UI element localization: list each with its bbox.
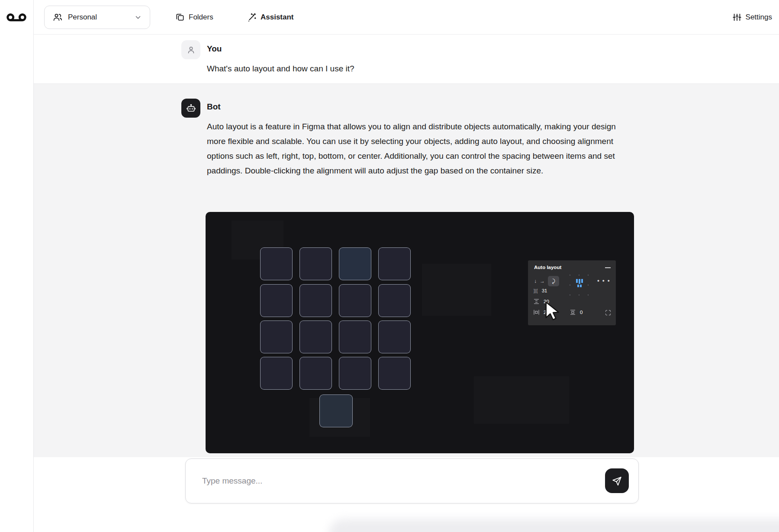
workspace-selector[interactable]: Personal <box>44 6 150 29</box>
vertical-padding-icon <box>570 309 576 315</box>
bot-avatar <box>181 99 200 118</box>
left-sidebar <box>0 0 34 532</box>
grid-square <box>378 284 411 317</box>
bot-message-author: Bot <box>207 102 221 112</box>
grid-square <box>260 247 293 280</box>
grid-square <box>260 357 293 390</box>
message-input[interactable] <box>186 459 638 503</box>
chevron-down-icon <box>134 13 142 21</box>
folders-icon <box>175 13 185 22</box>
panel-title: Auto layout <box>534 265 561 270</box>
settings-label: Settings <box>746 13 772 22</box>
align-dot <box>579 295 579 295</box>
grid-square <box>339 357 371 390</box>
grid-square <box>260 284 293 317</box>
grid-square <box>339 320 371 353</box>
sliders-icon <box>732 13 742 22</box>
tab-folders[interactable]: Folders <box>175 0 213 35</box>
tab-assistant-label: Assistant <box>261 13 294 22</box>
grid-square <box>299 357 332 390</box>
vertical-gap-icon <box>533 298 540 304</box>
grid-square <box>339 247 371 280</box>
robot-icon <box>186 103 196 113</box>
send-icon <box>612 475 623 487</box>
attachment-image: Auto layout ↓ → ⤸ ● ● ● ]|[ 31 <box>206 212 634 453</box>
more-options-icon: ● ● ● <box>597 279 611 283</box>
align-center-icon <box>576 279 583 287</box>
horizontal-gap-icon: ]|[ <box>534 288 538 293</box>
align-dot <box>579 275 579 276</box>
grid-square <box>299 247 332 280</box>
direction-right-icon: → <box>540 278 545 284</box>
grid-square <box>378 320 411 353</box>
people-icon <box>52 12 63 22</box>
grid-square <box>260 320 293 353</box>
settings-button[interactable]: Settings <box>732 0 772 35</box>
horizontal-padding-icon <box>533 309 540 315</box>
mouse-cursor <box>544 301 562 321</box>
app-logo-icon[interactable] <box>6 11 26 24</box>
wrap-icon: ⤸ <box>552 278 555 284</box>
direction-down-icon: ↓ <box>534 278 537 284</box>
wrap-button: ⤸ <box>548 276 559 286</box>
collapse-icon <box>605 267 611 268</box>
grid-square <box>299 320 332 353</box>
grid-square <box>378 357 411 390</box>
send-button[interactable] <box>605 468 629 493</box>
bottom-surface-shadow <box>329 519 779 532</box>
top-bar: Personal Folders Assistant <box>34 0 779 35</box>
message-input-box <box>185 458 639 503</box>
user-message-author: You <box>207 44 222 54</box>
user-message-text: What's auto layout and how can I use it? <box>207 61 354 76</box>
workspace-label: Personal <box>68 13 97 22</box>
align-dot <box>588 275 589 276</box>
tab-assistant[interactable]: Assistant <box>247 0 294 35</box>
grid-square <box>299 284 332 317</box>
figma-auto-layout-panel: Auto layout ↓ → ⤸ ● ● ● ]|[ 31 <box>528 260 616 325</box>
horizontal-gap-value: 31 <box>542 288 547 293</box>
align-dot <box>588 285 589 285</box>
grid-square-extra <box>319 394 353 427</box>
wand-sparkles-icon <box>247 13 257 22</box>
align-dot <box>588 295 589 295</box>
bot-message-text: Auto layout is a feature in Figma that a… <box>207 119 626 178</box>
individual-padding-icon <box>605 310 611 316</box>
align-dot <box>570 295 570 295</box>
person-icon <box>186 45 196 55</box>
tab-folders-label: Folders <box>189 13 213 22</box>
grid-square <box>339 284 371 317</box>
user-message: You What's auto layout and how can I use… <box>34 35 779 84</box>
vertical-padding-value: 0 <box>580 310 583 315</box>
grid-square <box>378 247 411 280</box>
user-avatar <box>181 40 200 59</box>
bot-message: Bot Auto layout is a feature in Figma th… <box>34 84 779 457</box>
alignment-widget <box>570 275 589 296</box>
align-dot <box>570 275 570 276</box>
align-dot <box>570 285 570 285</box>
